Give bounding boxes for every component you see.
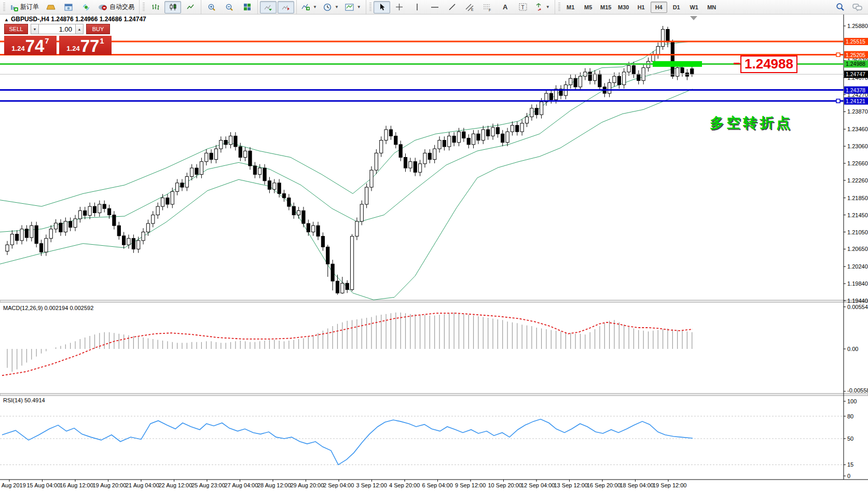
date-label: 16 Aug 12:00 [60, 482, 93, 488]
bullish-candle [190, 168, 194, 176]
date-label: 25 Aug 23:00 [191, 482, 225, 488]
bullish-candle [457, 132, 460, 143]
bearish-candle [443, 140, 446, 147]
buy-price-sup: 1 [100, 36, 104, 45]
mt4-window: { "toolbar": { "new_order_label": "新订单",… [0, 0, 868, 492]
bullish-candle [146, 223, 149, 232]
turning-point-annotation[interactable]: 多空转折点 [710, 114, 793, 132]
bearish-candle [462, 132, 465, 138]
bearish-candle [302, 210, 305, 223]
bullish-candle [10, 234, 13, 245]
highlight-trend-segment[interactable] [653, 61, 702, 67]
axis-label: 1.25880 [847, 23, 868, 29]
date-label: 18 Sep 04:00 [620, 482, 654, 488]
bearish-candle [16, 234, 19, 241]
bullish-candle [137, 241, 140, 249]
pane-separator[interactable] [0, 393, 868, 396]
bearish-candle [93, 206, 96, 213]
chart-shift-marker[interactable] [690, 16, 697, 20]
sell-price-box[interactable]: 1.24 74 7 [4, 36, 57, 55]
bearish-candle [681, 68, 684, 73]
bearish-candle [107, 208, 111, 215]
bearish-candle [477, 134, 480, 140]
bullish-candle [525, 117, 528, 123]
bearish-candle [103, 204, 106, 208]
entry-price-text-box[interactable]: 1.24988 [740, 55, 797, 73]
bearish-candle [467, 138, 470, 144]
price-badge-label: 1.24121 [846, 98, 865, 104]
bearish-candle [268, 181, 271, 189]
bullish-candle [214, 149, 217, 160]
bearish-candle [637, 74, 640, 80]
bullish-candle [593, 74, 596, 80]
panel-collapse-icon[interactable]: ▲ [4, 17, 9, 22]
bullish-candle [380, 140, 383, 153]
bearish-candle [516, 125, 519, 132]
macd-indicator-label: MACD(12,26,9) 0.002194 0.002592 [3, 305, 93, 311]
sell-button[interactable]: SELL [4, 24, 28, 34]
line-handle[interactable] [836, 53, 840, 57]
bullish-candle [6, 245, 9, 251]
bearish-candle [224, 140, 227, 145]
bearish-candle [501, 134, 504, 142]
bullish-candle [608, 82, 611, 93]
buy-price-big: 77 [80, 38, 100, 54]
bearish-candle [671, 42, 674, 76]
price-badge-label: 1.24988 [846, 61, 865, 67]
axis-label: 50 [847, 435, 853, 442]
bullish-candle [506, 132, 509, 143]
bearish-candle [598, 74, 601, 87]
bearish-candle [321, 236, 324, 247]
rsi-line [2, 419, 693, 465]
bullish-candle [127, 238, 130, 245]
bearish-candle [632, 66, 635, 74]
bullish-candle [656, 47, 659, 55]
bearish-candle [181, 183, 184, 187]
pane-separator[interactable] [0, 300, 868, 302]
bullish-candle [350, 236, 353, 290]
line-handle[interactable] [836, 99, 840, 103]
bullish-candle [578, 76, 582, 87]
buy-price-small: 1.24 [66, 45, 79, 52]
bullish-candle [419, 164, 422, 172]
bearish-candle [428, 153, 431, 159]
bullish-candle [511, 125, 514, 132]
buy-button[interactable]: BUY [86, 24, 110, 34]
axis-label: 100 [847, 398, 857, 404]
date-label: 19 Sep 12:00 [653, 482, 686, 488]
bullish-candle [312, 226, 315, 232]
bullish-candle [297, 210, 300, 215]
chart-canvas[interactable]: 1.258801.254801.250701.246701.242701.238… [0, 0, 868, 492]
bullish-candle [613, 76, 616, 82]
bearish-candle [132, 238, 135, 249]
date-label: 6 Sep 04:00 [422, 482, 453, 488]
bullish-candle [20, 229, 23, 241]
bullish-candle [45, 238, 48, 252]
buy-price-box[interactable]: 1.24 77 1 [59, 36, 112, 55]
axis-label: 1.19440 [847, 298, 868, 304]
current-price-badge-label: 1.24747 [846, 71, 865, 77]
rsi-indicator-label: RSI(14) 50.4914 [3, 397, 45, 403]
bullish-candle [360, 204, 363, 221]
bearish-candle [487, 130, 490, 136]
bearish-candle [210, 153, 213, 159]
bullish-candle [54, 223, 58, 229]
bullish-candle [540, 102, 543, 115]
axis-label: 1.20650 [847, 246, 868, 252]
bearish-candle [307, 223, 310, 232]
bearish-candle [25, 229, 28, 237]
date-label: 27 Aug 04:00 [225, 482, 258, 488]
bullish-candle [185, 177, 188, 188]
volume-decrease-button[interactable]: ▼ [31, 24, 39, 34]
volume-increase-button[interactable]: ▲ [75, 24, 84, 34]
bullish-candle [569, 78, 572, 85]
bullish-candle [652, 55, 655, 61]
bearish-candle [278, 183, 281, 194]
volume-input[interactable] [39, 24, 75, 34]
bollinger-upper-band [0, 41, 693, 207]
bollinger-lower-band [0, 89, 693, 300]
bearish-candle [117, 226, 120, 236]
bearish-candle [452, 136, 456, 142]
bearish-candle [496, 128, 499, 134]
date-label: 12 Sep 04:00 [521, 482, 555, 488]
